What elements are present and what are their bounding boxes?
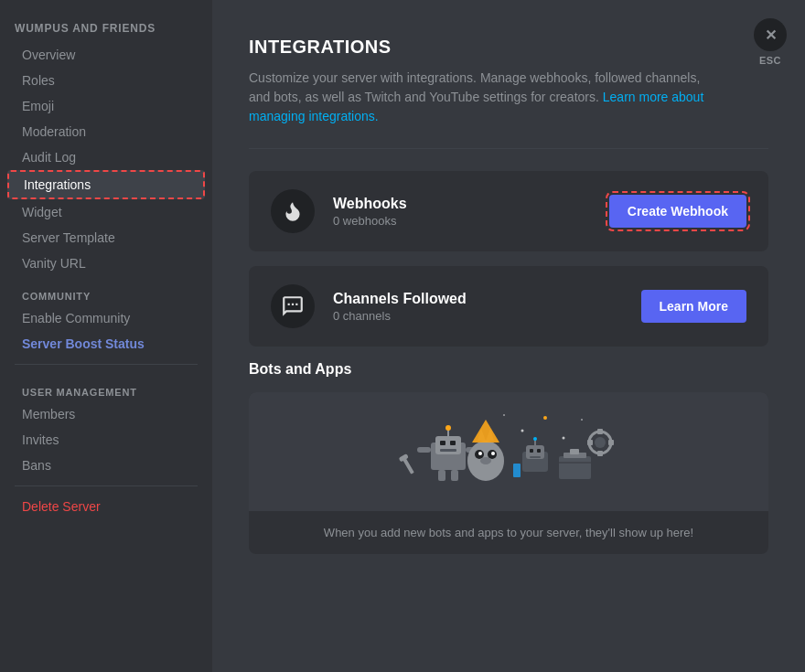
page-title: INTEGRATIONS — [249, 37, 768, 58]
sidebar-item-invites[interactable]: Invites — [7, 427, 205, 453]
sidebar: WUMPUS AND FRIENDS Overview Roles Emoji … — [0, 0, 212, 672]
webhook-icon-container — [271, 189, 315, 233]
svg-point-39 — [595, 437, 606, 448]
main-content: ✕ ESC INTEGRATIONS Customize your server… — [212, 0, 805, 672]
sidebar-item-roles[interactable]: Roles — [7, 68, 205, 93]
section-divider — [249, 148, 768, 149]
sidebar-item-integrations[interactable]: Integrations — [7, 170, 205, 199]
sidebar-item-label: Moderation — [22, 124, 86, 139]
svg-point-4 — [581, 419, 583, 421]
svg-point-5 — [503, 414, 505, 416]
webhook-icon — [281, 199, 305, 223]
close-button[interactable]: ✕ — [754, 18, 787, 51]
svg-rect-42 — [587, 440, 593, 445]
webhooks-info: Webhooks 0 webhooks — [333, 196, 609, 228]
sidebar-item-label: Roles — [22, 73, 55, 88]
bots-card: When you add new bots and apps to your s… — [249, 392, 768, 554]
sidebar-item-delete-server[interactable]: Delete Server — [7, 494, 205, 519]
sidebar-item-audit-log[interactable]: Audit Log — [7, 144, 205, 170]
svg-rect-21 — [530, 456, 541, 458]
sidebar-item-overview[interactable]: Overview — [7, 42, 205, 68]
sidebar-item-label: Vanity URL — [22, 256, 86, 271]
channels-info: Channels Followed 0 channels — [333, 291, 641, 323]
sidebar-divider-2 — [15, 485, 198, 486]
server-name: WUMPUS AND FRIENDS — [0, 15, 212, 38]
channels-count: 0 channels — [333, 309, 641, 323]
svg-point-1 — [543, 416, 547, 420]
svg-rect-15 — [438, 470, 445, 481]
sidebar-item-label: Members — [22, 407, 75, 421]
create-webhook-button[interactable]: Create Webhook — [609, 195, 746, 228]
sidebar-item-server-template[interactable]: Server Template — [7, 225, 205, 251]
svg-point-27 — [478, 452, 482, 455]
close-icon: ✕ — [765, 27, 777, 44]
user-management-section-label: USER MANAGEMENT — [0, 372, 212, 401]
channels-followed-card: Channels Followed 0 channels Learn More — [249, 266, 768, 347]
svg-rect-16 — [451, 470, 458, 481]
svg-rect-34 — [570, 449, 579, 454]
svg-point-23 — [533, 437, 537, 441]
esc-button-container: ✕ ESC — [754, 18, 787, 66]
esc-label: ESC — [759, 55, 781, 66]
svg-rect-8 — [440, 441, 445, 445]
sidebar-divider — [15, 364, 198, 365]
bots-scene-svg — [381, 401, 637, 502]
sidebar-item-label: Widget — [22, 205, 62, 219]
svg-rect-9 — [450, 441, 456, 445]
bots-title: Bots and Apps — [249, 361, 768, 378]
svg-rect-20 — [537, 449, 541, 453]
svg-rect-19 — [530, 449, 533, 453]
sidebar-item-label: Server Boost Status — [22, 336, 145, 351]
sidebar-item-label: Invites — [22, 432, 59, 447]
channels-title: Channels Followed — [333, 291, 641, 307]
sidebar-item-enable-community[interactable]: Enable Community — [7, 305, 205, 331]
svg-point-12 — [445, 425, 451, 431]
webhooks-title: Webhooks — [333, 196, 609, 212]
svg-point-2 — [521, 430, 524, 432]
sidebar-item-label: Overview — [22, 48, 75, 62]
sidebar-item-vanity-url[interactable]: Vanity URL — [7, 251, 205, 276]
svg-rect-10 — [440, 449, 456, 452]
svg-rect-32 — [559, 456, 591, 479]
svg-rect-43 — [608, 440, 614, 445]
svg-rect-44 — [513, 464, 521, 477]
sidebar-item-label: Audit Log — [22, 150, 76, 165]
sidebar-item-label: Bans — [22, 458, 51, 473]
webhooks-count: 0 webhooks — [333, 214, 609, 228]
bots-empty-text: When you add new bots and apps to your s… — [249, 511, 768, 554]
sidebar-item-server-boost[interactable]: Server Boost Status — [7, 331, 205, 357]
sidebar-item-bans[interactable]: Bans — [7, 453, 205, 478]
sidebar-item-label: Delete Server — [22, 499, 101, 514]
svg-point-31 — [480, 457, 491, 464]
channels-icon-container — [271, 284, 315, 328]
sidebar-item-members[interactable]: Members — [7, 401, 205, 427]
svg-point-28 — [491, 452, 495, 455]
sidebar-item-label: Emoji — [22, 99, 54, 113]
page-description: Customize your server with integrations.… — [249, 69, 706, 126]
svg-rect-40 — [597, 429, 603, 434]
sidebar-item-moderation[interactable]: Moderation — [7, 119, 205, 144]
channels-icon — [281, 294, 305, 318]
sidebar-item-emoji[interactable]: Emoji — [7, 93, 205, 119]
learn-more-button[interactable]: Learn More — [641, 290, 746, 323]
sidebar-item-widget[interactable]: Widget — [7, 199, 205, 225]
sidebar-item-label: Integrations — [24, 177, 91, 192]
bots-illustration — [249, 392, 768, 511]
svg-rect-13 — [417, 447, 431, 453]
svg-rect-41 — [597, 451, 603, 456]
sidebar-item-label: Server Template — [22, 230, 115, 245]
svg-point-3 — [563, 437, 565, 440]
sidebar-item-label: Enable Community — [22, 311, 130, 325]
community-section-label: COMMUNITY — [0, 276, 212, 305]
webhooks-card: Webhooks 0 webhooks Create Webhook — [249, 171, 768, 251]
